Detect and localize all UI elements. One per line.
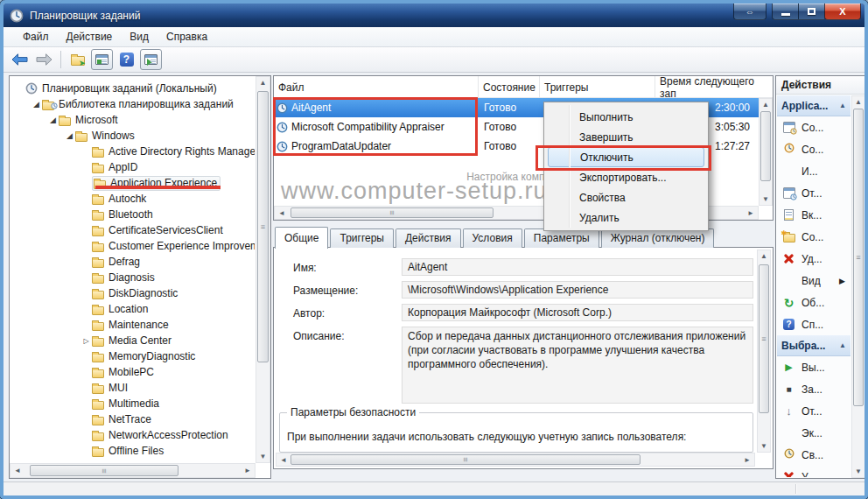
tree-item-nettrace[interactable]: NetTrace xyxy=(10,411,255,427)
show-console-tree-button[interactable] xyxy=(91,49,113,70)
tree-item-maintenance[interactable]: Maintenance xyxy=(10,317,255,333)
scroll-left-arrow[interactable]: ◄ xyxy=(276,209,288,217)
scroll-up-arrow[interactable]: ▲ xyxy=(758,252,770,260)
scroll-down-arrow[interactable]: ▼ xyxy=(256,453,270,460)
scroll-right-arrow[interactable]: ► xyxy=(741,456,753,464)
tab-settings[interactable]: Параметры xyxy=(524,228,599,248)
tree-expander-icon[interactable]: ◢ xyxy=(64,131,75,140)
action-item-disable[interactable]: ↓От... xyxy=(777,400,850,422)
action-item-create-task[interactable]: Со... xyxy=(777,138,850,160)
tree-horizontal-scrollbar[interactable]: ◄ ► ≡ xyxy=(10,463,256,478)
action-item-display-running-tasks[interactable]: От... xyxy=(777,182,850,204)
tree-item-windows[interactable]: ◢Windows xyxy=(10,128,255,144)
action-item-properties[interactable]: Св... xyxy=(777,444,850,466)
scroll-up-arrow[interactable]: ▲ xyxy=(852,98,864,106)
tab-general[interactable]: Общие xyxy=(275,227,328,249)
tree-vertical-scrollbar[interactable]: ▲ ≡ ▼ xyxy=(256,76,270,463)
tree-item-customer-experience-improvement[interactable]: Customer Experience Improvem xyxy=(10,238,255,254)
tab-actions[interactable]: Действия xyxy=(396,228,461,248)
import-task-button[interactable]: ➤ xyxy=(66,49,88,70)
context-menu-item-disable[interactable]: Отключить xyxy=(548,147,704,167)
close-button[interactable]: X xyxy=(824,4,861,20)
scroll-left-arrow[interactable]: ◄ xyxy=(277,456,290,464)
tree-item-library[interactable]: ◢Библиотека планировщика заданий xyxy=(10,96,255,112)
tree-item-location[interactable]: Location xyxy=(10,301,255,317)
tree-item-mobilepc[interactable]: MobilePC xyxy=(10,364,255,380)
task-list-vertical-scrollbar[interactable]: ▲ ▼ xyxy=(759,98,773,206)
tree-expander-icon[interactable]: ▷ xyxy=(80,337,92,345)
scroll-down-arrow[interactable]: ▼ xyxy=(758,442,770,450)
help-button[interactable]: ? xyxy=(116,49,137,70)
action-item-delete-folder[interactable]: Уд... xyxy=(777,248,850,270)
tree-expander-icon[interactable]: ◢ xyxy=(47,116,59,124)
minimize-button[interactable] xyxy=(772,4,798,20)
column-header-file[interactable]: Файл xyxy=(274,76,479,98)
action-item-run[interactable]: ▶Вы... xyxy=(777,356,850,378)
actions-vertical-scrollbar[interactable]: ▲ ≡ ▼ xyxy=(851,95,865,478)
maximize-button[interactable] xyxy=(798,4,824,20)
action-item-new-folder[interactable]: ✱Со... xyxy=(777,226,850,248)
action-item-enable-task-history[interactable]: Вк... xyxy=(777,204,850,226)
action-item-delete[interactable]: У... xyxy=(777,466,850,477)
tree-item-application-experience[interactable]: Application Experience xyxy=(10,175,255,191)
action-item-create-basic-task[interactable]: Со... xyxy=(777,116,850,138)
scrollbar-thumb[interactable]: ≡ xyxy=(257,91,269,362)
tree-item-microsoft[interactable]: ◢Microsoft xyxy=(10,112,255,128)
tree-item-root[interactable]: Планировщик заданий (Локальный) xyxy=(10,81,255,96)
scroll-down-arrow[interactable]: ▼ xyxy=(760,195,772,203)
action-item-view[interactable]: Вид▶ xyxy=(777,270,850,292)
tree-item-partial[interactable] xyxy=(10,459,255,462)
details-horizontal-scrollbar[interactable]: ◄ ► ≡ xyxy=(276,453,755,467)
details-vertical-scrollbar[interactable]: ▲ ≡ ▼ xyxy=(757,249,771,453)
action-item-end[interactable]: ■За... xyxy=(777,378,850,400)
scroll-right-arrow[interactable]: ► xyxy=(745,209,757,217)
scrollbar-thumb[interactable]: ≡ xyxy=(853,109,864,406)
action-item-help[interactable]: ?Сп... xyxy=(777,313,850,335)
tree-item-autochk[interactable]: Autochk xyxy=(10,191,255,207)
menu-view[interactable]: Вид xyxy=(121,28,158,46)
column-header-triggers[interactable]: Триггеры xyxy=(540,76,655,98)
title-bar[interactable]: Планировщик заданий ⇔ X xyxy=(4,4,864,27)
context-menu-item-delete[interactable]: Удалить xyxy=(548,207,704,228)
tab-triggers[interactable]: Триггеры xyxy=(330,228,394,248)
action-item-export[interactable]: Эк... xyxy=(777,422,850,444)
tree-item-mui[interactable]: MUI xyxy=(10,380,255,396)
tree-item-offline-files[interactable]: Offline Files xyxy=(10,443,255,459)
menu-action[interactable]: Действие xyxy=(58,28,122,46)
tab-conditions[interactable]: Условия xyxy=(463,228,522,248)
scroll-right-arrow[interactable]: ► xyxy=(242,467,254,474)
tree-item-diskdiagnostic[interactable]: DiskDiagnostic xyxy=(10,285,255,301)
tree-item-networkaccessprotection[interactable]: NetworkAccessProtection xyxy=(10,427,255,443)
scroll-up-arrow[interactable]: ▲ xyxy=(760,101,772,109)
menu-file[interactable]: Файл xyxy=(14,28,58,46)
scrollbar-thumb[interactable]: ≡ xyxy=(290,207,494,218)
column-header-next-run-time[interactable]: Время следующего зап xyxy=(655,76,773,98)
scrollbar-thumb[interactable]: ≡ xyxy=(759,264,769,413)
column-header-status[interactable]: Состояние xyxy=(479,76,540,98)
scroll-down-arrow[interactable]: ▼ xyxy=(852,467,864,475)
forward-button[interactable] xyxy=(33,49,55,70)
context-menu-item-end[interactable]: Завершить xyxy=(548,127,704,147)
tab-history[interactable]: Журнал (отключен) xyxy=(601,228,715,248)
context-menu-item-properties[interactable]: Свойства xyxy=(548,187,704,207)
tree-item-active-directory-rights-manager[interactable]: Active Directory Rights Manager xyxy=(10,144,255,159)
tree-item-defrag[interactable]: Defrag xyxy=(10,254,255,270)
tree-expander-icon[interactable]: ◢ xyxy=(31,100,42,109)
action-item-import-task[interactable]: И... xyxy=(777,160,850,182)
tree-item-multimedia[interactable]: Multimedia xyxy=(10,396,255,411)
tree-item-media-center[interactable]: ▷Media Center xyxy=(10,333,255,348)
scroll-up-arrow[interactable]: ▲ xyxy=(256,79,270,87)
scrollbar-thumb[interactable]: ≡ xyxy=(30,465,178,476)
tree-item-bluetooth[interactable]: Bluetooth xyxy=(10,207,255,222)
action-group-header[interactable]: Applica...▲ xyxy=(777,95,850,116)
action-group-header[interactable]: Выбра...▲ xyxy=(777,335,850,356)
restore-size-button[interactable]: ⇔ xyxy=(733,4,766,20)
scroll-left-arrow[interactable]: ◄ xyxy=(11,467,24,474)
tree-item-diagnosis[interactable]: Diagnosis xyxy=(10,270,255,285)
tree-item-certificateservicesclient[interactable]: CertificateServicesClient xyxy=(10,222,255,238)
tree-item-memorydiagnostic[interactable]: MemoryDiagnostic xyxy=(10,348,255,364)
context-menu-item-run[interactable]: Выполнить xyxy=(548,107,704,127)
context-menu-item-export[interactable]: Экспортировать... xyxy=(548,167,704,187)
action-item-refresh[interactable]: ↻Об... xyxy=(777,292,850,313)
menu-help[interactable]: Справка xyxy=(158,28,216,46)
